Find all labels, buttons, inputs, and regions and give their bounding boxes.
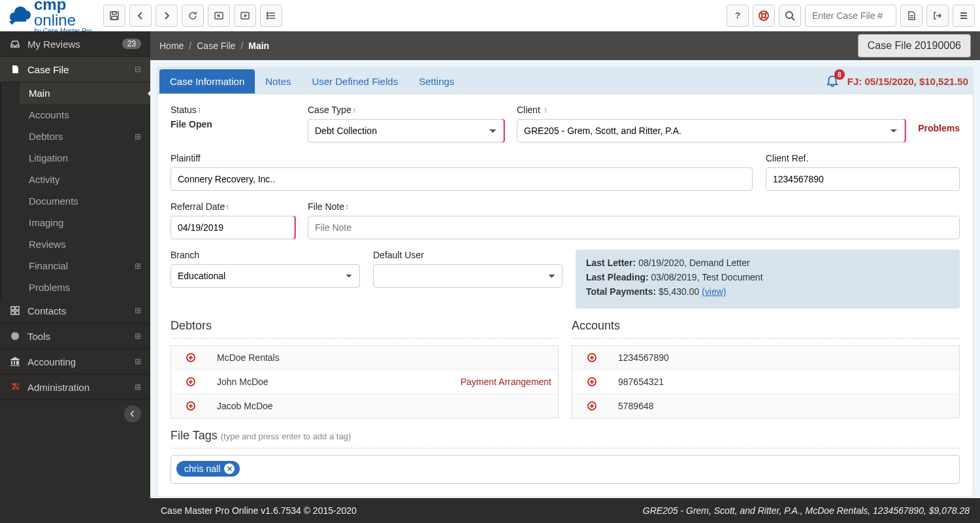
refdate-label: Referral Date⠇ [171,201,295,212]
sidebar-sub-documents[interactable]: Documents [20,190,150,212]
case-type-select[interactable]: Debt Collection [308,119,504,143]
account-row[interactable]: 1234567890 [572,346,959,370]
breadcrumb-home[interactable]: Home [159,41,184,51]
clientref-label: Client Ref. [766,153,960,163]
svg-line-15 [760,17,762,19]
breadcrumb-current: Main [248,41,269,51]
case-search-input[interactable] [805,5,896,27]
breadcrumb-bar: Home / Case File / Main Case File 201900… [150,31,980,60]
plaintiff-input[interactable] [171,167,753,191]
refresh-button[interactable] [182,5,204,27]
sidebar-item-reviews[interactable]: My Reviews 23 [0,31,150,57]
svg-line-18 [792,18,794,20]
sidebar-sub-accounts[interactable]: Accounts [20,104,150,126]
sidebar-sub-activity[interactable]: Activity [20,169,150,190]
sidebar-item-administration[interactable]: Administration ⊞ [0,375,150,400]
back-button[interactable] [129,5,152,27]
sidebar-item-accounting[interactable]: Accounting ⊞ [0,349,150,375]
debtor-row[interactable]: John McDoePayment Arrangement [171,370,558,394]
sidebar: My Reviews 23 Case File ⊟ MainAccountsDe… [0,31,150,523]
tab-case-info[interactable]: Case Information [159,69,255,93]
account-row[interactable]: 987654321 [572,370,959,394]
forward-button[interactable] [155,5,178,27]
svg-line-13 [760,12,762,14]
sidebar-sub-main[interactable]: Main [20,82,150,104]
sidebar-sub-financial[interactable]: Financial⊞ [20,255,150,277]
cloud-icon [5,7,31,25]
add-icon[interactable] [572,377,612,386]
add-icon[interactable] [572,353,612,362]
tab-settings[interactable]: Settings [408,69,465,93]
panel-right-button[interactable] [234,5,256,27]
svg-point-9 [267,15,269,16]
sidebar-item-contacts[interactable]: Contacts ⊞ [0,298,150,324]
svg-rect-27 [16,311,19,314]
breadcrumb-casefile[interactable]: Case File [197,41,235,51]
clientref-input[interactable] [766,167,960,191]
puzzle-icon [9,381,21,393]
status-label: Status⠇ [171,105,295,115]
expand-icon: ⊞ [135,306,141,315]
sidebar-collapse-button[interactable] [124,405,141,422]
case-type-label: Case Type⠇ [308,105,504,115]
expand-icon: ⊞ [135,357,141,366]
notification-count: 8 [834,69,845,80]
debtor-row[interactable]: Jacob McDoe [171,394,558,418]
client-select[interactable]: GRE205 - Grem, Scott, and Ritter, P.A. [517,119,905,143]
account-row[interactable]: 5789648 [572,394,959,418]
add-icon[interactable] [171,377,210,386]
sidebar-sub-imaging[interactable]: Imaging [20,212,150,233]
search-button[interactable] [779,5,801,27]
logo[interactable]: cmponline by Case Master Pro [5,0,99,35]
defaultuser-select[interactable] [373,264,563,288]
save-button[interactable] [103,5,125,27]
file-icon [9,63,21,75]
tab-notes[interactable]: Notes [255,69,301,93]
add-icon[interactable] [171,353,210,362]
tab-udf[interactable]: User Defined Fields [301,69,408,93]
refdate-input[interactable] [171,216,295,239]
list-button[interactable] [260,5,282,27]
menu-button[interactable] [953,5,975,27]
sidebar-sub-debtors[interactable]: Debtors⊞ [20,126,150,147]
svg-rect-1 [112,12,116,14]
topbar: cmponline by Case Master Pro ? [0,0,980,31]
svg-rect-24 [11,307,14,310]
reviews-badge: 23 [122,39,141,49]
expand-icon: ⊞ [135,262,141,271]
help-button[interactable]: ? [727,5,749,27]
expand-icon: ⊞ [135,382,141,392]
gear-icon [9,330,21,342]
problems-link[interactable]: Problems [918,105,960,143]
svg-point-8 [267,12,269,14]
filetags-input[interactable]: chris nall✕ [171,455,960,484]
tag-remove-icon[interactable]: ✕ [224,464,235,474]
sidebar-sub-litigation[interactable]: Litigation [20,147,150,169]
case-panel: Status⠇ File Open Case Type⠇ Debt Collec… [157,93,973,498]
expand-icon: ⊞ [135,331,141,341]
debtors-title: Debtors [171,319,559,333]
sidebar-sub-reviews[interactable]: Reviews [20,233,150,255]
tag-pill[interactable]: chris nall✕ [176,461,240,477]
add-icon[interactable] [572,401,612,411]
panel-left-button[interactable] [208,5,230,27]
inbox-icon [9,38,21,50]
tabbar: Case Information Notes User Defined Fiel… [157,67,973,93]
case-file-button[interactable]: Case File 20190006 [858,34,971,58]
notifications-button[interactable]: 8 [825,73,840,90]
plaintiff-label: Plaintiff [171,153,753,163]
sidebar-item-tools[interactable]: Tools ⊞ [0,324,150,349]
svg-point-10 [267,18,269,19]
logout-button[interactable] [926,5,949,27]
filetags-title: File Tags (type and press enter to add a… [171,429,960,443]
sidebar-item-casefile[interactable]: Case File ⊟ [0,57,150,82]
view-payments-link[interactable]: (view) [702,286,726,297]
support-button[interactable] [753,5,775,27]
client-label[interactable]: Client ⠇ [517,105,905,115]
branch-select[interactable]: Educational [171,264,360,288]
sidebar-sub-problems[interactable]: Problems [20,277,150,298]
debtor-row[interactable]: McDoe Rentals [171,346,558,370]
new-doc-button[interactable] [900,5,923,27]
add-icon[interactable] [171,401,210,411]
filenote-input[interactable] [308,216,960,239]
